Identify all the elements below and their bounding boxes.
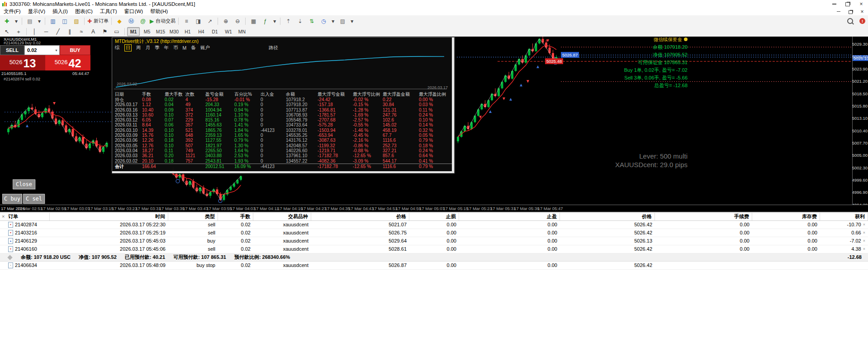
window-close-button[interactable]: × [854, 0, 868, 8]
chart-area[interactable]: XAUUSDcent,M1 #21406129 buy 0.02 SELL ▼ … [0, 37, 868, 205]
trendline-button[interactable]: ╱ [52, 27, 63, 37]
orders-header-cell[interactable]: 时间 [50, 213, 168, 220]
tile-windows-button[interactable]: ▦ [248, 16, 259, 26]
order-row[interactable]: ▾214028742026.03.17 05:22:30sell0.02xauu… [0, 221, 868, 229]
stats-tab-月[interactable]: 月 [146, 45, 151, 51]
close-all-button[interactable]: Close [13, 179, 35, 189]
chart-minimize-button[interactable] [833, 8, 844, 15]
stats-tab-日[interactable]: 日 [124, 44, 132, 51]
close-order-button[interactable]: × [863, 229, 865, 237]
order-row[interactable]: ▴214061292026.03.17 05:45:03buy0.02xauus… [0, 237, 868, 245]
chart-close-button[interactable]: × [856, 8, 868, 15]
orders-header-cell[interactable]: 获利 [820, 213, 868, 220]
order-row[interactable]: ▾214061602026.03.17 05:45:06sell0.02xauu… [0, 245, 868, 253]
market-watch-button[interactable]: ▥ [47, 16, 58, 26]
cursor-button[interactable]: ↖ [1, 27, 12, 37]
arrange-button[interactable]: ⇅ [306, 16, 317, 26]
stats-tab-M[interactable]: M [183, 45, 187, 51]
close-order-button[interactable]: × [863, 221, 865, 229]
timeframe-h1-button[interactable]: H1 [181, 27, 194, 36]
stats-tab-综[interactable]: 综 [115, 45, 120, 51]
sell-button[interactable]: SELL [0, 45, 24, 55]
order-row[interactable]: ▾214032162026.03.17 05:25:19sell0.02xauu… [0, 229, 868, 237]
indicators-button[interactable]: ƒ [260, 16, 270, 26]
metaeditor-button[interactable]: ◆ [114, 16, 125, 26]
stats-tab-季[interactable]: 季 [155, 45, 160, 51]
zoom-out-button[interactable]: ⊖ [232, 16, 243, 26]
timeframe-mn-button[interactable]: MN [236, 27, 248, 36]
help-icon[interactable]: ! [859, 18, 865, 24]
profiles-button[interactable]: ▤ [24, 16, 35, 26]
menu-item[interactable]: 帮助(H) [147, 8, 171, 15]
arrows-button[interactable]: ⚑ [100, 27, 110, 37]
orders-header-cell[interactable]: 价格 [311, 213, 409, 220]
chart-restore-button[interactable] [844, 8, 856, 15]
orders-header-cell[interactable]: 类型 [168, 213, 218, 220]
bar-chart-button[interactable]: ≡ [181, 16, 192, 26]
menu-item[interactable]: 窗口(W) [121, 8, 147, 15]
community-button[interactable]: @ [138, 16, 148, 26]
stats-tab-path[interactable]: 路径 [269, 45, 278, 51]
orders-header-cell[interactable]: 库存费 [752, 213, 820, 220]
stats-tab-币[interactable]: 币 [173, 45, 178, 51]
channel-button[interactable]: ∥ [64, 27, 75, 37]
sell-price-display[interactable]: 5026 13 [0, 55, 45, 70]
timeframe-m30-button[interactable]: M30 [168, 27, 180, 36]
buy-button[interactable]: BUY [60, 45, 90, 55]
new-chart-button[interactable]: ✚ [1, 16, 12, 26]
shapes-button[interactable]: ▭ [111, 27, 122, 37]
window-minimize-button[interactable] [827, 0, 841, 8]
profiles-dropdown[interactable]: ▾ [36, 16, 43, 26]
menu-item[interactable]: 插入(I) [49, 8, 71, 15]
lot-size-field[interactable]: ▼ [24, 45, 60, 55]
stats-tab-账户[interactable]: 账户 [200, 45, 210, 51]
text-button[interactable]: A [88, 27, 99, 37]
fibonacci-button[interactable]: ≈ [76, 27, 87, 37]
stats-tab-年[interactable]: 年 [164, 45, 169, 51]
orders-header-cell[interactable]: 价格 [560, 213, 655, 220]
timeframe-d1-button[interactable]: D1 [209, 27, 221, 36]
new-chart-dropdown[interactable]: ▾ [13, 16, 19, 26]
order-row[interactable]: •214066342026.03.17 05:48:09buy stop0.02… [0, 262, 868, 270]
indicators-dropdown[interactable]: ▾ [271, 16, 278, 26]
close-order-button[interactable]: × [863, 245, 865, 253]
window-restore-button[interactable] [841, 0, 854, 8]
search-button[interactable] [844, 16, 855, 26]
period-button[interactable]: ◷ [318, 16, 329, 26]
data-window-button[interactable]: ◫ [59, 16, 70, 26]
orders-header-cell[interactable]: 手数 [218, 213, 253, 220]
orders-header-cell[interactable]: 订单 [0, 213, 50, 220]
stats-tab-周[interactable]: 周 [136, 45, 141, 51]
close-order-button[interactable]: × [863, 237, 865, 245]
timeframe-m5-button[interactable]: M5 [141, 27, 153, 36]
menu-item[interactable]: 文件(F) [0, 8, 24, 15]
orders-header-cell[interactable]: 止损 [409, 213, 459, 220]
timeframe-h4-button[interactable]: H4 [195, 27, 208, 36]
price-scale[interactable]: 5026.13 5029.305026.605023.905021.205018… [852, 37, 868, 205]
new-order-button[interactable]: ✚新订单 [87, 16, 109, 26]
crosshair-button[interactable]: ＋ [13, 27, 24, 37]
timeframe-m15-button[interactable]: M15 [154, 27, 167, 36]
sort-asc-button[interactable]: ⇡ [283, 16, 294, 26]
mtdriver-stats-window[interactable]: MTDriver统计 ,V3.12 (http://mtdriver.cn) 综… [112, 37, 455, 173]
stats-horizontal-scrollbar[interactable] [112, 171, 452, 173]
orders-header-cell[interactable]: 交易品种 [253, 213, 311, 220]
template-dropdown[interactable]: ▾ [349, 16, 355, 26]
time-axis[interactable]: 17 Mar 202617 Mar 02:5117 Mar 02:5917 Ma… [0, 205, 868, 212]
vertical-line-button[interactable]: │ [29, 27, 40, 37]
mql5-button[interactable]: Ⓜ [126, 16, 137, 26]
sort-desc-button[interactable]: ⇣ [294, 16, 305, 26]
period-dropdown[interactable]: ▾ [330, 16, 336, 26]
lot-size-input[interactable] [25, 47, 53, 53]
template-button[interactable]: ▨ [337, 16, 348, 26]
timeframe-m1-button[interactable]: M1 [127, 27, 140, 36]
auto-trading-button[interactable]: ▶自动交易 [149, 16, 176, 26]
close-sell-button[interactable]: C sel [23, 194, 45, 204]
stats-vertical-scrollbar[interactable] [452, 37, 454, 173]
orders-header-cell[interactable]: 止盈 [459, 213, 560, 220]
menu-item[interactable]: 工具(T) [96, 8, 121, 15]
close-buy-button[interactable]: C buy [2, 194, 22, 204]
lot-dropdown-icon[interactable]: ▼ [55, 49, 58, 52]
buy-price-display[interactable]: 5026 42 [45, 55, 90, 70]
horizontal-line-button[interactable]: ─ [41, 27, 52, 37]
